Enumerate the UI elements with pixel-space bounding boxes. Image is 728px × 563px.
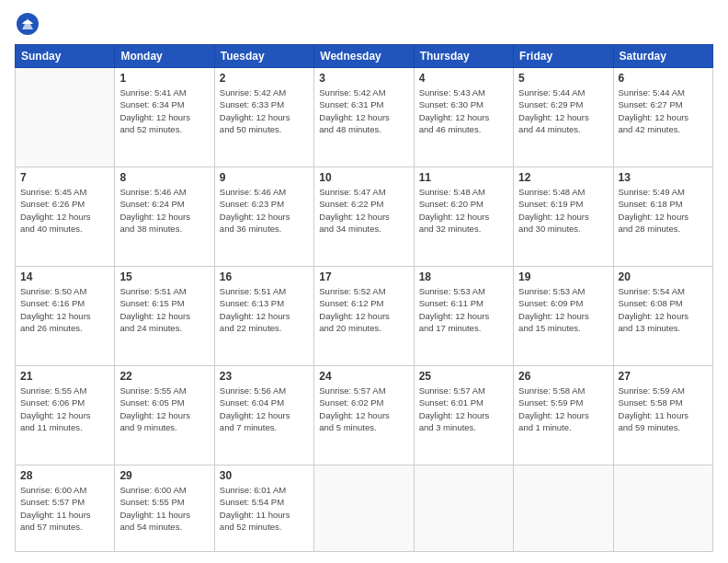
day-info: Sunrise: 5:49 AMSunset: 6:18 PMDaylight:… xyxy=(619,186,708,235)
header-thursday: Thursday xyxy=(414,45,513,68)
calendar-cell: 11Sunrise: 5:48 AMSunset: 6:20 PMDayligh… xyxy=(414,167,513,267)
day-info: Sunrise: 5:46 AMSunset: 6:24 PMDaylight:… xyxy=(119,186,209,235)
day-info: Sunrise: 5:57 AMSunset: 6:02 PMDaylight:… xyxy=(319,385,408,433)
calendar-cell: 4Sunrise: 5:43 AMSunset: 6:30 PMDaylight… xyxy=(414,68,513,167)
day-number: 1 xyxy=(119,72,209,85)
calendar-cell: 22Sunrise: 5:55 AMSunset: 6:05 PMDayligh… xyxy=(115,366,214,465)
calendar-cell: 21Sunrise: 5:55 AMSunset: 6:06 PMDayligh… xyxy=(16,366,115,465)
calendar-cell: 19Sunrise: 5:53 AMSunset: 6:09 PMDayligh… xyxy=(514,267,613,366)
day-info: Sunrise: 5:43 AMSunset: 6:30 PMDaylight:… xyxy=(419,86,508,135)
day-number: 29 xyxy=(119,469,209,482)
day-number: 25 xyxy=(419,370,508,383)
calendar-cell: 17Sunrise: 5:52 AMSunset: 6:12 PMDayligh… xyxy=(314,267,414,366)
calendar-cell: 15Sunrise: 5:51 AMSunset: 6:15 PMDayligh… xyxy=(115,267,214,366)
day-info: Sunrise: 5:42 AMSunset: 6:33 PMDaylight:… xyxy=(220,86,309,135)
calendar-cell xyxy=(514,465,613,552)
day-number: 18 xyxy=(419,270,508,283)
day-info: Sunrise: 5:42 AMSunset: 6:31 PMDaylight:… xyxy=(319,86,408,135)
calendar-cell: 5Sunrise: 5:44 AMSunset: 6:29 PMDaylight… xyxy=(514,68,613,167)
calendar-cell: 2Sunrise: 5:42 AMSunset: 6:33 PMDaylight… xyxy=(214,68,313,167)
day-number: 5 xyxy=(518,72,608,85)
calendar-cell: 29Sunrise: 6:00 AMSunset: 5:55 PMDayligh… xyxy=(115,465,214,552)
calendar-cell xyxy=(16,68,115,167)
day-info: Sunrise: 5:55 AMSunset: 6:05 PMDaylight:… xyxy=(119,385,209,433)
day-info: Sunrise: 5:55 AMSunset: 6:06 PMDaylight:… xyxy=(20,385,109,433)
header-row: Sunday Monday Tuesday Wednesday Thursday… xyxy=(16,45,713,68)
day-number: 17 xyxy=(319,270,408,283)
day-info: Sunrise: 5:58 AMSunset: 5:59 PMDaylight:… xyxy=(518,385,608,433)
header-monday: Monday xyxy=(115,45,214,68)
day-info: Sunrise: 5:45 AMSunset: 6:26 PMDaylight:… xyxy=(20,186,109,235)
day-info: Sunrise: 5:51 AMSunset: 6:15 PMDaylight:… xyxy=(119,285,209,334)
day-number: 16 xyxy=(220,270,309,283)
calendar-cell: 9Sunrise: 5:46 AMSunset: 6:23 PMDaylight… xyxy=(214,167,313,267)
calendar-cell: 8Sunrise: 5:46 AMSunset: 6:24 PMDaylight… xyxy=(115,167,214,267)
day-info: Sunrise: 5:41 AMSunset: 6:34 PMDaylight:… xyxy=(119,86,209,135)
day-number: 30 xyxy=(220,469,309,482)
day-number: 6 xyxy=(619,72,708,85)
day-info: Sunrise: 5:56 AMSunset: 6:04 PMDaylight:… xyxy=(220,385,309,433)
calendar-table: Sunday Monday Tuesday Wednesday Thursday… xyxy=(15,44,713,552)
day-number: 7 xyxy=(20,171,109,184)
calendar-cell: 14Sunrise: 5:50 AMSunset: 6:16 PMDayligh… xyxy=(16,267,115,366)
day-number: 26 xyxy=(518,370,608,383)
calendar-cell: 10Sunrise: 5:47 AMSunset: 6:22 PMDayligh… xyxy=(314,167,414,267)
day-info: Sunrise: 5:48 AMSunset: 6:19 PMDaylight:… xyxy=(518,186,608,235)
day-info: Sunrise: 5:44 AMSunset: 6:27 PMDaylight:… xyxy=(619,86,708,135)
day-info: Sunrise: 6:00 AMSunset: 5:57 PMDaylight:… xyxy=(20,484,109,533)
calendar-cell: 3Sunrise: 5:42 AMSunset: 6:31 PMDaylight… xyxy=(314,68,414,167)
day-info: Sunrise: 5:51 AMSunset: 6:13 PMDaylight:… xyxy=(220,285,309,334)
calendar-cell xyxy=(314,465,414,552)
day-number: 21 xyxy=(20,370,109,383)
calendar-cell: 30Sunrise: 6:01 AMSunset: 5:54 PMDayligh… xyxy=(214,465,313,552)
day-number: 9 xyxy=(220,171,309,184)
day-number: 10 xyxy=(319,171,408,184)
calendar-cell xyxy=(414,465,513,552)
day-number: 4 xyxy=(419,72,508,85)
calendar-cell: 25Sunrise: 5:57 AMSunset: 6:01 PMDayligh… xyxy=(414,366,513,465)
day-number: 22 xyxy=(119,370,209,383)
day-number: 15 xyxy=(119,270,209,283)
header-saturday: Saturday xyxy=(613,45,712,68)
day-number: 19 xyxy=(518,270,608,283)
day-info: Sunrise: 6:00 AMSunset: 5:55 PMDaylight:… xyxy=(119,484,209,533)
day-number: 2 xyxy=(220,72,309,85)
calendar-cell: 6Sunrise: 5:44 AMSunset: 6:27 PMDaylight… xyxy=(613,68,712,167)
logo xyxy=(15,11,44,37)
day-number: 14 xyxy=(20,270,109,283)
day-info: Sunrise: 5:50 AMSunset: 6:16 PMDaylight:… xyxy=(20,285,109,334)
day-number: 23 xyxy=(220,370,309,383)
day-info: Sunrise: 5:59 AMSunset: 5:58 PMDaylight:… xyxy=(619,385,708,433)
day-info: Sunrise: 5:48 AMSunset: 6:20 PMDaylight:… xyxy=(419,186,508,235)
page: Sunday Monday Tuesday Wednesday Thursday… xyxy=(0,0,728,563)
header xyxy=(15,11,713,37)
header-tuesday: Tuesday xyxy=(214,45,313,68)
header-sunday: Sunday xyxy=(16,45,115,68)
calendar-cell: 1Sunrise: 5:41 AMSunset: 6:34 PMDaylight… xyxy=(115,68,214,167)
header-friday: Friday xyxy=(514,45,613,68)
day-info: Sunrise: 5:46 AMSunset: 6:23 PMDaylight:… xyxy=(220,186,309,235)
calendar-cell: 18Sunrise: 5:53 AMSunset: 6:11 PMDayligh… xyxy=(414,267,513,366)
day-number: 12 xyxy=(518,171,608,184)
day-number: 27 xyxy=(619,370,708,383)
calendar-cell: 24Sunrise: 5:57 AMSunset: 6:02 PMDayligh… xyxy=(314,366,414,465)
calendar-cell: 13Sunrise: 5:49 AMSunset: 6:18 PMDayligh… xyxy=(613,167,712,267)
day-info: Sunrise: 5:53 AMSunset: 6:11 PMDaylight:… xyxy=(419,285,508,334)
day-info: Sunrise: 5:53 AMSunset: 6:09 PMDaylight:… xyxy=(518,285,608,334)
day-info: Sunrise: 5:52 AMSunset: 6:12 PMDaylight:… xyxy=(319,285,408,334)
calendar-cell: 16Sunrise: 5:51 AMSunset: 6:13 PMDayligh… xyxy=(214,267,313,366)
header-wednesday: Wednesday xyxy=(314,45,414,68)
day-info: Sunrise: 6:01 AMSunset: 5:54 PMDaylight:… xyxy=(220,484,309,533)
day-info: Sunrise: 5:54 AMSunset: 6:08 PMDaylight:… xyxy=(619,285,708,334)
day-number: 28 xyxy=(20,469,109,482)
calendar-cell: 23Sunrise: 5:56 AMSunset: 6:04 PMDayligh… xyxy=(214,366,313,465)
calendar-cell: 26Sunrise: 5:58 AMSunset: 5:59 PMDayligh… xyxy=(514,366,613,465)
logo-icon xyxy=(15,11,40,37)
day-number: 8 xyxy=(119,171,209,184)
day-number: 24 xyxy=(319,370,408,383)
calendar-cell: 28Sunrise: 6:00 AMSunset: 5:57 PMDayligh… xyxy=(16,465,115,552)
day-info: Sunrise: 5:57 AMSunset: 6:01 PMDaylight:… xyxy=(419,385,508,433)
calendar-cell: 7Sunrise: 5:45 AMSunset: 6:26 PMDaylight… xyxy=(16,167,115,267)
calendar-cell: 20Sunrise: 5:54 AMSunset: 6:08 PMDayligh… xyxy=(613,267,712,366)
day-number: 13 xyxy=(619,171,708,184)
